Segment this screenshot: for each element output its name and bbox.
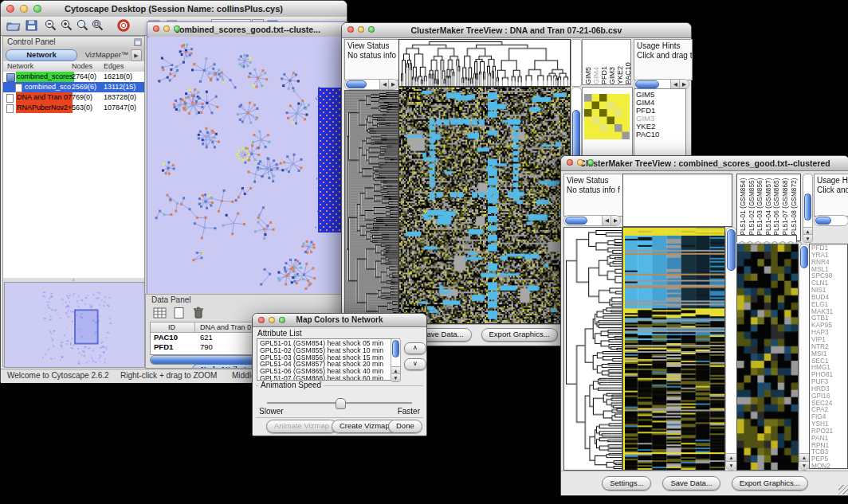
gene-label[interactable]: GTB1	[811, 315, 847, 322]
zoom-button[interactable]	[368, 26, 375, 33]
animate-vizmap-button[interactable]: Animate Vizmap	[266, 420, 337, 433]
zoom-selected-icon[interactable]	[75, 18, 91, 33]
resize-grip[interactable]	[838, 485, 848, 494]
column-label[interactable]: GPL51-03 (GSM856)	[756, 174, 764, 240]
animation-speed-slider[interactable]	[267, 397, 412, 408]
gene-label[interactable]: FIG4	[811, 413, 847, 420]
new-attribute-icon[interactable]	[171, 307, 187, 319]
treeview2-action-button[interactable]: Export Graphics...	[732, 476, 808, 490]
tab-network[interactable]: Network	[6, 49, 77, 61]
gene-label[interactable]: RPN1	[811, 442, 847, 449]
save-icon[interactable]	[24, 18, 40, 33]
gene-label[interactable]: PEP5	[811, 455, 847, 463]
gene-label[interactable]: MON2	[811, 463, 847, 469]
treeview1-title-bar[interactable]: ClusterMaker TreeView : DNA and Tran 07-…	[342, 23, 691, 38]
close-button[interactable]	[258, 317, 265, 323]
attribute-list-item[interactable]: GPL51-07 (GSM868) heat shock 60 min	[260, 375, 399, 381]
column-label[interactable]: GPL51-01 (GSM854)	[739, 174, 748, 240]
close-button[interactable]	[347, 26, 354, 33]
treeview1-status-hscrollbar[interactable]: ◀ ▶	[344, 79, 398, 90]
scroll-thumb[interactable]	[392, 340, 399, 357]
gene-label[interactable]: PFD1	[811, 244, 847, 252]
treeview2-vscrollbar[interactable]: ▲ ▼	[725, 227, 737, 471]
gene-label[interactable]: GPI16	[811, 393, 847, 400]
birdseye-view[interactable]	[4, 282, 145, 368]
column-label[interactable]: GIM4	[592, 40, 600, 84]
gene-label[interactable]: SPC98	[811, 272, 847, 279]
minimize-button[interactable]	[577, 159, 583, 166]
id-column-header[interactable]: ID	[168, 322, 175, 332]
col-network[interactable]: Network	[7, 61, 33, 72]
gene-label[interactable]: RPO21	[811, 428, 847, 435]
main-title-bar[interactable]: Cytoscape Desktop (Session Name: collins…	[1, 1, 347, 18]
gene-label[interactable]: CLN1	[811, 279, 847, 287]
zoom-button[interactable]	[587, 159, 594, 166]
gene-label[interactable]: HRD3	[811, 385, 847, 393]
gene-label[interactable]: RNR4	[811, 259, 847, 266]
done-button[interactable]: Done	[388, 420, 422, 433]
gene-label[interactable]: MSI1	[811, 350, 847, 357]
minimize-button[interactable]	[358, 26, 364, 33]
gene-label[interactable]: PHO81	[811, 371, 847, 378]
scroll-thumb[interactable]	[815, 217, 831, 225]
column-label[interactable]: GIM3	[608, 40, 616, 84]
scroll-right-arrow[interactable]: ▶	[610, 216, 620, 225]
treeview2-title-bar[interactable]: ClusterMaker TreeView : combined_scores_…	[561, 156, 848, 171]
network-table-row[interactable]: RNAPuberNov2+ 563(0) 107847(0)	[3, 103, 144, 113]
treeview2-row-dendrogram[interactable]	[563, 227, 622, 471]
column-label[interactable]: GPL51-04 (GSM857)	[764, 174, 773, 240]
close-button[interactable]	[153, 25, 159, 32]
help-lifesaver-icon[interactable]	[116, 18, 132, 33]
network-table-row[interactable]: combined_sco 2569(6) 13112(15)	[3, 82, 144, 92]
network-table-row[interactable]: combined_scores 2764(0) 16218(0)	[3, 72, 144, 82]
gene-label[interactable]: KAP95	[811, 322, 847, 329]
gene-label[interactable]: MAK31	[811, 308, 847, 315]
treeview1-heatmap[interactable]	[398, 87, 571, 324]
gene-label[interactable]: TCB3	[811, 448, 847, 455]
zoom-fit-icon[interactable]	[90, 18, 106, 33]
open-file-icon[interactable]	[6, 18, 22, 33]
gene-label[interactable]: BUD4	[811, 294, 847, 301]
gene-label[interactable]: PUF3	[811, 378, 847, 385]
treeview2-status-hscrollbar[interactable]: ◀ ▶	[563, 215, 621, 226]
gene-label[interactable]: HAP3	[811, 329, 847, 336]
gene-label[interactable]: HMG1	[811, 364, 847, 371]
gene-label[interactable]: YSH1	[811, 420, 847, 428]
treeview1-row-dendrogram[interactable]	[344, 90, 398, 324]
tab-vizmapper[interactable]: VizMapper™	[80, 49, 134, 60]
attribute-list[interactable]: GPL51-01 (GSM854) heat shock 05 minGPL51…	[257, 338, 400, 381]
row-label[interactable]: PAC10	[636, 131, 685, 139]
zoom-button[interactable]	[174, 25, 180, 32]
gene-label[interactable]: ELG1	[811, 301, 847, 308]
treeview1-action-button[interactable]: Export Graphics...	[481, 328, 558, 342]
treeview2-hints-hscrollbar[interactable]	[814, 215, 848, 226]
delete-attribute-icon[interactable]	[190, 307, 206, 319]
gene-label[interactable]: SEC1	[811, 357, 847, 365]
move-attribute-up-button[interactable]: ∧	[404, 342, 426, 354]
column-label[interactable]: GPL51-07 (GSM868)	[781, 174, 790, 240]
column-label[interactable]: YKE2	[616, 40, 624, 84]
gene-label[interactable]: SEC24	[811, 400, 847, 407]
scroll-thumb[interactable]	[635, 80, 659, 88]
scroll-thumb[interactable]	[346, 80, 367, 88]
network-graph-canvas[interactable]	[149, 37, 346, 293]
treeview2-heatmap[interactable]	[622, 227, 725, 471]
scroll-thumb[interactable]	[565, 217, 587, 225]
close-button[interactable]	[567, 159, 573, 166]
gene-label[interactable]: CPA2	[811, 406, 847, 413]
move-attribute-down-button[interactable]: ∨	[404, 358, 426, 370]
column-label[interactable]: GIM5	[584, 40, 592, 84]
treeview2-action-button[interactable]: Settings...	[602, 476, 651, 490]
gene-label[interactable]: NIS1	[811, 287, 847, 294]
treeview2-action-button[interactable]: Save Data...	[662, 476, 720, 490]
column-label[interactable]: GPL51-08 (GSM872)	[790, 174, 799, 240]
gene-label[interactable]: NTR2	[811, 343, 847, 350]
col-nodes[interactable]: Nodes	[72, 61, 92, 72]
column-label[interactable]: GPL51-06 (GSM865)	[772, 174, 781, 240]
gene-label[interactable]: PAN1	[811, 435, 847, 442]
tab-overflow-arrow[interactable]: ▶	[131, 49, 142, 61]
column-label[interactable]: GPL51-02 (GSM855)	[748, 174, 756, 240]
scroll-down-arrow[interactable]: ▼	[391, 373, 400, 381]
column-label[interactable]: PAC10	[624, 40, 632, 84]
scroll-down-arrow[interactable]: ▼	[803, 234, 812, 242]
